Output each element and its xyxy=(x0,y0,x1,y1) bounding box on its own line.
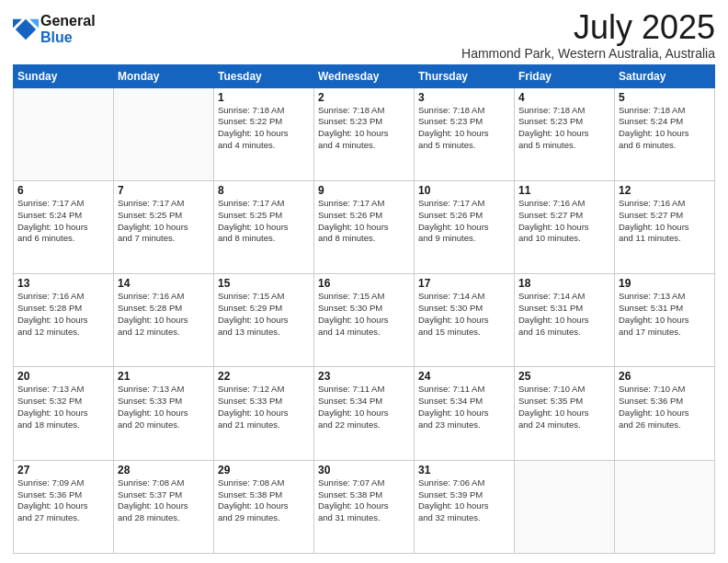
day-number: 27 xyxy=(17,464,109,477)
weekday-header: Saturday xyxy=(615,64,715,87)
day-number: 22 xyxy=(218,370,310,383)
calendar-cell: 1Sunrise: 7:18 AM Sunset: 5:22 PM Daylig… xyxy=(214,87,314,180)
calendar-cell: 19Sunrise: 7:13 AM Sunset: 5:31 PM Dayli… xyxy=(615,274,715,367)
calendar-cell: 26Sunrise: 7:10 AM Sunset: 5:36 PM Dayli… xyxy=(615,367,715,460)
day-number: 14 xyxy=(118,277,210,290)
day-detail: Sunrise: 7:16 AM Sunset: 5:28 PM Dayligh… xyxy=(17,291,109,338)
calendar-week-row: 1Sunrise: 7:18 AM Sunset: 5:22 PM Daylig… xyxy=(14,87,715,180)
weekday-header: Monday xyxy=(114,64,214,87)
day-detail: Sunrise: 7:17 AM Sunset: 5:25 PM Dayligh… xyxy=(218,198,310,245)
day-number: 4 xyxy=(518,91,610,104)
logo-icon xyxy=(13,17,39,42)
day-number: 20 xyxy=(17,370,109,383)
day-number: 6 xyxy=(17,184,109,197)
calendar-week-row: 27Sunrise: 7:09 AM Sunset: 5:36 PM Dayli… xyxy=(14,460,715,553)
day-detail: Sunrise: 7:18 AM Sunset: 5:23 PM Dayligh… xyxy=(318,105,410,152)
day-detail: Sunrise: 7:16 AM Sunset: 5:27 PM Dayligh… xyxy=(518,198,610,245)
day-detail: Sunrise: 7:16 AM Sunset: 5:28 PM Dayligh… xyxy=(118,291,210,338)
day-number: 8 xyxy=(218,184,310,197)
day-detail: Sunrise: 7:18 AM Sunset: 5:22 PM Dayligh… xyxy=(218,105,310,152)
day-detail: Sunrise: 7:14 AM Sunset: 5:31 PM Dayligh… xyxy=(518,291,610,338)
calendar-cell: 2Sunrise: 7:18 AM Sunset: 5:23 PM Daylig… xyxy=(314,87,415,180)
calendar-cell: 16Sunrise: 7:15 AM Sunset: 5:30 PM Dayli… xyxy=(314,274,415,367)
day-number: 18 xyxy=(518,277,610,290)
weekday-header: Thursday xyxy=(415,64,515,87)
day-detail: Sunrise: 7:09 AM Sunset: 5:36 PM Dayligh… xyxy=(17,477,109,524)
calendar-cell: 8Sunrise: 7:17 AM Sunset: 5:25 PM Daylig… xyxy=(214,180,314,273)
logo: General Blue xyxy=(13,13,96,45)
title-block: July 2025 Hammond Park, Western Australi… xyxy=(461,9,715,61)
weekday-header: Tuesday xyxy=(214,64,314,87)
day-detail: Sunrise: 7:17 AM Sunset: 5:24 PM Dayligh… xyxy=(17,198,109,245)
day-number: 9 xyxy=(318,184,410,197)
day-number: 25 xyxy=(518,370,610,383)
day-number: 12 xyxy=(619,184,711,197)
day-detail: Sunrise: 7:08 AM Sunset: 5:38 PM Dayligh… xyxy=(218,477,310,524)
day-detail: Sunrise: 7:11 AM Sunset: 5:34 PM Dayligh… xyxy=(318,384,410,431)
calendar-cell: 28Sunrise: 7:08 AM Sunset: 5:37 PM Dayli… xyxy=(114,460,214,553)
day-detail: Sunrise: 7:06 AM Sunset: 5:39 PM Dayligh… xyxy=(418,477,510,524)
calendar-cell: 14Sunrise: 7:16 AM Sunset: 5:28 PM Dayli… xyxy=(114,274,214,367)
day-detail: Sunrise: 7:18 AM Sunset: 5:24 PM Dayligh… xyxy=(619,105,711,152)
day-number: 16 xyxy=(318,277,410,290)
weekday-header: Friday xyxy=(515,64,615,87)
calendar-week-row: 20Sunrise: 7:13 AM Sunset: 5:32 PM Dayli… xyxy=(14,367,715,460)
day-number: 10 xyxy=(418,184,510,197)
calendar-week-row: 6Sunrise: 7:17 AM Sunset: 5:24 PM Daylig… xyxy=(14,180,715,273)
calendar-cell: 22Sunrise: 7:12 AM Sunset: 5:33 PM Dayli… xyxy=(214,367,314,460)
day-detail: Sunrise: 7:08 AM Sunset: 5:37 PM Dayligh… xyxy=(118,477,210,524)
calendar-cell: 23Sunrise: 7:11 AM Sunset: 5:34 PM Dayli… xyxy=(314,367,415,460)
calendar-cell: 25Sunrise: 7:10 AM Sunset: 5:35 PM Dayli… xyxy=(515,367,615,460)
day-number: 31 xyxy=(418,464,510,477)
day-detail: Sunrise: 7:11 AM Sunset: 5:34 PM Dayligh… xyxy=(418,384,510,431)
month-title: July 2025 xyxy=(461,9,715,46)
weekday-header: Wednesday xyxy=(314,64,415,87)
calendar-cell: 4Sunrise: 7:18 AM Sunset: 5:23 PM Daylig… xyxy=(515,87,615,180)
calendar-cell: 7Sunrise: 7:17 AM Sunset: 5:25 PM Daylig… xyxy=(114,180,214,273)
day-number: 26 xyxy=(619,370,711,383)
day-number: 21 xyxy=(118,370,210,383)
day-detail: Sunrise: 7:10 AM Sunset: 5:35 PM Dayligh… xyxy=(518,384,610,431)
day-detail: Sunrise: 7:12 AM Sunset: 5:33 PM Dayligh… xyxy=(218,384,310,431)
day-detail: Sunrise: 7:16 AM Sunset: 5:27 PM Dayligh… xyxy=(619,198,711,245)
calendar-cell: 29Sunrise: 7:08 AM Sunset: 5:38 PM Dayli… xyxy=(214,460,314,553)
day-number: 15 xyxy=(218,277,310,290)
day-number: 7 xyxy=(118,184,210,197)
day-detail: Sunrise: 7:13 AM Sunset: 5:32 PM Dayligh… xyxy=(17,384,109,431)
calendar-cell xyxy=(515,460,615,553)
day-number: 30 xyxy=(318,464,410,477)
calendar-cell: 15Sunrise: 7:15 AM Sunset: 5:29 PM Dayli… xyxy=(214,274,314,367)
day-detail: Sunrise: 7:17 AM Sunset: 5:25 PM Dayligh… xyxy=(118,198,210,245)
calendar-cell: 6Sunrise: 7:17 AM Sunset: 5:24 PM Daylig… xyxy=(14,180,114,273)
day-number: 23 xyxy=(318,370,410,383)
day-detail: Sunrise: 7:10 AM Sunset: 5:36 PM Dayligh… xyxy=(619,384,711,431)
day-detail: Sunrise: 7:13 AM Sunset: 5:33 PM Dayligh… xyxy=(118,384,210,431)
calendar-cell: 20Sunrise: 7:13 AM Sunset: 5:32 PM Dayli… xyxy=(14,367,114,460)
calendar-cell: 11Sunrise: 7:16 AM Sunset: 5:27 PM Dayli… xyxy=(515,180,615,273)
calendar-cell xyxy=(114,87,214,180)
day-detail: Sunrise: 7:14 AM Sunset: 5:30 PM Dayligh… xyxy=(418,291,510,338)
day-number: 17 xyxy=(418,277,510,290)
day-detail: Sunrise: 7:17 AM Sunset: 5:26 PM Dayligh… xyxy=(318,198,410,245)
calendar-cell: 10Sunrise: 7:17 AM Sunset: 5:26 PM Dayli… xyxy=(415,180,515,273)
logo-text: General Blue xyxy=(40,13,96,45)
day-number: 5 xyxy=(619,91,711,104)
location-title: Hammond Park, Western Australia, Austral… xyxy=(461,46,715,61)
weekday-header: Sunday xyxy=(14,64,114,87)
day-detail: Sunrise: 7:17 AM Sunset: 5:26 PM Dayligh… xyxy=(418,198,510,245)
calendar-cell: 9Sunrise: 7:17 AM Sunset: 5:26 PM Daylig… xyxy=(314,180,415,273)
day-number: 28 xyxy=(118,464,210,477)
calendar-cell: 27Sunrise: 7:09 AM Sunset: 5:36 PM Dayli… xyxy=(14,460,114,553)
day-detail: Sunrise: 7:13 AM Sunset: 5:31 PM Dayligh… xyxy=(619,291,711,338)
day-detail: Sunrise: 7:18 AM Sunset: 5:23 PM Dayligh… xyxy=(418,105,510,152)
calendar-cell xyxy=(14,87,114,180)
day-detail: Sunrise: 7:15 AM Sunset: 5:30 PM Dayligh… xyxy=(318,291,410,338)
calendar-cell: 13Sunrise: 7:16 AM Sunset: 5:28 PM Dayli… xyxy=(14,274,114,367)
day-number: 1 xyxy=(218,91,310,104)
day-detail: Sunrise: 7:15 AM Sunset: 5:29 PM Dayligh… xyxy=(218,291,310,338)
day-number: 2 xyxy=(318,91,410,104)
day-number: 3 xyxy=(418,91,510,104)
day-number: 11 xyxy=(518,184,610,197)
calendar-cell: 24Sunrise: 7:11 AM Sunset: 5:34 PM Dayli… xyxy=(415,367,515,460)
day-number: 24 xyxy=(418,370,510,383)
